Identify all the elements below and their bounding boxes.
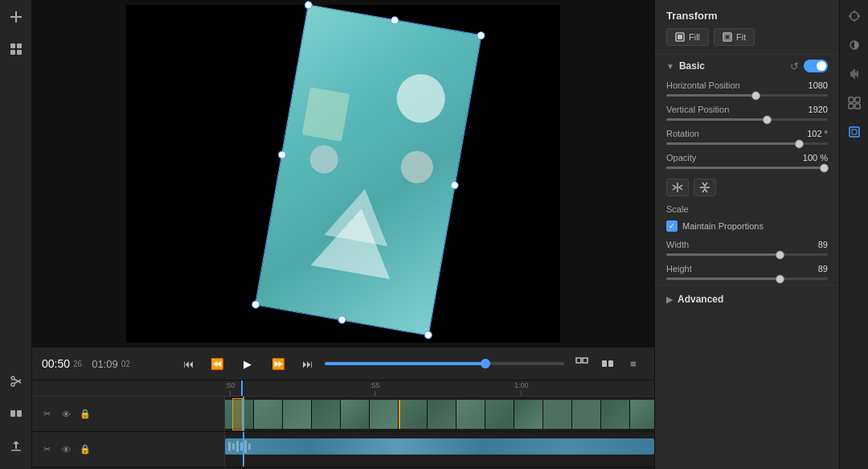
time-display: 00:50 26 01:09 02 (42, 357, 170, 370)
playhead-indicator (241, 381, 243, 396)
flip-icons-row (655, 174, 839, 201)
more-options-button[interactable]: ≡ (622, 352, 645, 375)
decoration-triangle (324, 183, 396, 246)
width-thumb[interactable] (776, 250, 784, 259)
svg-rect-24 (849, 104, 854, 109)
app-wrapper: 00:50 26 01:09 02 ⏮ ⏪ ▶ ⏩ ⏭ (0, 0, 868, 469)
width-slider[interactable] (666, 253, 828, 256)
audio-lock-button[interactable]: 🔒 (77, 442, 93, 458)
track-playhead (243, 397, 244, 431)
maintain-proportions-checkbox[interactable]: ✓ (666, 220, 678, 232)
rotation-fill (666, 142, 799, 145)
basic-reset-icon[interactable]: ↺ (790, 60, 799, 72)
scale-label: Scale (655, 201, 839, 217)
fill-button[interactable]: Fill (666, 28, 709, 46)
flip-vertical-button[interactable] (694, 179, 716, 196)
advanced-section-header[interactable]: ▶ Advanced (655, 285, 839, 313)
rotation-label: Rotation (666, 129, 699, 138)
audio-visibility-button[interactable]: 👁 (58, 442, 74, 458)
panel-title: Transform (655, 0, 839, 28)
video-track-header: ✂ 👁 🔒 (32, 397, 225, 431)
svg-rect-4 (10, 50, 15, 55)
rotation-thumb[interactable] (795, 139, 804, 148)
crop-transform-button[interactable] (845, 122, 864, 142)
h-pos-label: Horizontal Position (666, 80, 740, 90)
basic-section-header[interactable]: ▼ Basic ↺ (655, 54, 839, 77)
play-button[interactable]: ▶ (235, 351, 260, 376)
thumb-6 (370, 400, 399, 429)
grid-layout-button[interactable] (845, 93, 864, 113)
preview-area (32, 0, 654, 347)
maintain-proportions-row[interactable]: ✓ Maintain Proportions (655, 217, 839, 237)
ruler-label: :55 (370, 382, 380, 389)
color-grading-button[interactable] (845, 35, 864, 55)
thumb-15 (630, 400, 654, 429)
svg-rect-16 (608, 360, 613, 367)
svg-point-7 (11, 383, 14, 386)
basic-chevron-icon: ▼ (666, 62, 674, 71)
step-forward-button[interactable]: ⏩ (267, 352, 289, 375)
audio-scissors-button[interactable]: ✂ (39, 442, 55, 458)
v-pos-thumb[interactable] (763, 115, 772, 124)
transition-button[interactable] (6, 403, 27, 424)
fit-button[interactable]: Fit (714, 28, 755, 46)
svg-rect-23 (855, 97, 860, 102)
h-pos-thumb[interactable] (751, 91, 760, 100)
ruler-label: 1:00 (514, 382, 529, 389)
height-param: Height 89 (655, 261, 839, 285)
rotation-slider[interactable] (666, 142, 828, 145)
thumb-4 (312, 400, 341, 429)
thumb-14 (601, 400, 630, 429)
svg-rect-2 (10, 43, 15, 48)
opacity-label: Opacity (666, 153, 696, 163)
thumb-8 (428, 400, 457, 429)
thumb-9 (457, 400, 485, 429)
decoration-plant (302, 87, 350, 142)
flip-horizontal-button[interactable] (666, 179, 689, 196)
handle-top-right[interactable] (477, 31, 486, 40)
video-track-content[interactable] (225, 397, 654, 431)
audio-track-icons: ✂ 👁 🔒 (39, 442, 93, 458)
h-pos-slider[interactable] (666, 94, 828, 97)
timeline-area: :50 :55 1:00 (32, 381, 654, 469)
handle-bottom-right[interactable] (424, 330, 433, 339)
handle-middle-right[interactable] (450, 180, 460, 190)
progress-bar[interactable] (325, 362, 564, 365)
skip-to-end-button[interactable]: ⏭ (296, 352, 318, 375)
skip-to-start-button[interactable]: ⏮ (177, 352, 199, 375)
selected-clip[interactable] (255, 4, 482, 335)
basic-toggle[interactable] (804, 60, 828, 72)
zoom-fit-button[interactable] (571, 352, 593, 375)
audio-settings-button[interactable] (845, 64, 864, 84)
vertical-position-param: Vertical Position 1920 (655, 101, 839, 125)
audio-track-row: ✂ 👁 🔒 (32, 432, 654, 467)
height-thumb[interactable] (776, 274, 784, 283)
svg-rect-22 (849, 97, 854, 102)
svg-rect-13 (576, 358, 581, 363)
split-button[interactable] (596, 352, 619, 375)
progress-thumb[interactable] (481, 359, 490, 368)
scissors-button[interactable] (6, 371, 27, 392)
opacity-slider[interactable] (666, 167, 828, 169)
layers-button[interactable] (6, 39, 27, 60)
motion-effects-button[interactable] (845, 6, 864, 26)
svg-rect-20 (725, 35, 730, 39)
opacity-thumb[interactable] (820, 163, 829, 172)
decoration-sphere (308, 142, 341, 175)
height-value: 89 (799, 264, 828, 274)
track-scissors-button[interactable]: ✂ (39, 406, 55, 422)
export-button[interactable] (6, 435, 27, 456)
flip-h-icon (672, 182, 683, 193)
height-slider[interactable] (666, 278, 828, 280)
add-media-button[interactable] (6, 6, 27, 27)
svg-rect-12 (11, 450, 21, 451)
step-back-button[interactable]: ⏪ (206, 352, 228, 375)
svg-rect-3 (17, 43, 22, 48)
v-pos-value: 1920 (799, 105, 828, 114)
v-pos-slider[interactable] (666, 118, 828, 121)
audio-track-content[interactable] (225, 432, 654, 467)
track-lock-button[interactable]: 🔒 (77, 406, 93, 422)
track-visibility-button[interactable]: 👁 (58, 406, 74, 422)
progress-fill (325, 362, 485, 365)
timeline-ruler: :50 :55 1:00 (32, 381, 654, 397)
